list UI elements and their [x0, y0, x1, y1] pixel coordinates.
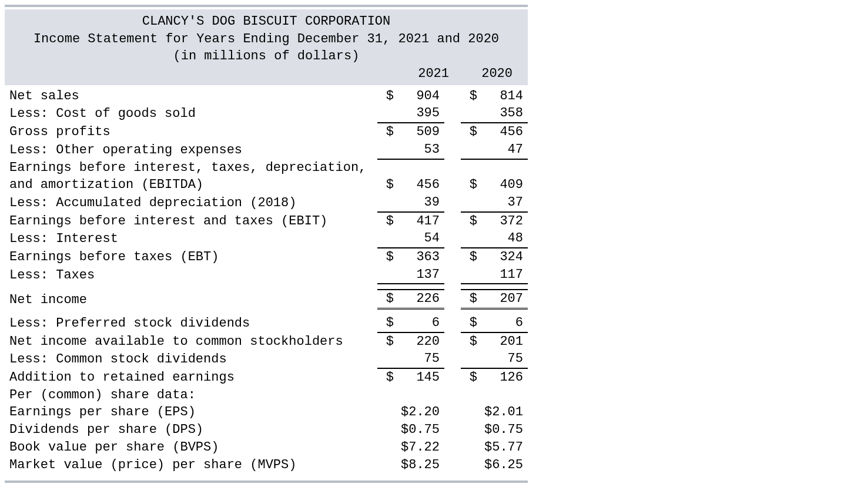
value-2021: 137	[398, 266, 444, 284]
value-2021: $7.22	[377, 439, 444, 456]
statement-units: (in millions of dollars)	[15, 48, 517, 65]
value-2020: $5.77	[461, 439, 528, 456]
value-2020: $2.01	[461, 404, 528, 421]
statement-header: CLANCY'S DOG BISCUIT CORPORATION Income …	[5, 9, 528, 85]
value-2021: 417	[398, 212, 444, 230]
row-interest: Less: Interest 54 48	[5, 230, 528, 248]
value-2020: 201	[482, 332, 528, 351]
label: Earnings before taxes (EBT)	[5, 248, 377, 266]
value-2020: 47	[482, 141, 528, 159]
label: Net income	[5, 290, 377, 308]
value-2020: 207	[482, 290, 528, 308]
income-statement: CLANCY'S DOG BISCUIT CORPORATION Income …	[5, 5, 528, 483]
label: Dividends per share (DPS)	[5, 421, 377, 439]
value-2021: 904	[398, 88, 444, 105]
label: Less: Cost of goods sold	[5, 105, 377, 123]
row-preferred-dividends: Less: Preferred stock dividends $ 6 $ 6	[5, 314, 528, 332]
value-2020: $0.75	[461, 421, 528, 439]
label: Earnings per share (EPS)	[5, 404, 377, 421]
row-gross-profits: Gross profits $ 509 $ 456	[5, 123, 528, 141]
currency-symbol: $	[461, 88, 482, 105]
label: Less: Common stock dividends	[5, 350, 377, 368]
value-2020: 324	[482, 248, 528, 266]
value-2021: 456	[398, 176, 444, 194]
row-cogs: Less: Cost of goods sold 395 358	[5, 105, 528, 123]
value-2021: 395	[398, 105, 444, 123]
row-common-dividends: Less: Common stock dividends 75 75	[5, 350, 528, 368]
value-2021: $2.20	[377, 404, 444, 421]
value-2020: 6	[482, 314, 528, 332]
row-depreciation: Less: Accumulated depreciation (2018) 39…	[5, 194, 528, 212]
label: and amortization (EBITDA)	[5, 176, 377, 194]
value-2021: 509	[398, 123, 444, 141]
company-name: CLANCY'S DOG BISCUIT CORPORATION	[15, 13, 517, 31]
row-ebit: Earnings before interest and taxes (EBIT…	[5, 212, 528, 230]
value-2021: 53	[398, 141, 444, 159]
row-ebt: Earnings before taxes (EBT) $ 363 $ 324	[5, 248, 528, 266]
label: Book value per share (BVPS)	[5, 439, 377, 456]
col-year-b: 2020	[454, 65, 517, 83]
col-year-a: 2021	[390, 65, 454, 83]
label: Earnings before interest and taxes (EBIT…	[5, 212, 377, 230]
value-2020: 117	[482, 266, 528, 284]
value-2021: 145	[398, 368, 444, 387]
value-2021: 75	[398, 350, 444, 368]
value-2020: 409	[482, 176, 528, 194]
label: Net income available to common stockhold…	[5, 332, 377, 351]
label: Addition to retained earnings	[5, 368, 377, 387]
row-ebitda: and amortization (EBITDA) $ 456 $ 409	[5, 176, 528, 194]
row-net-sales: Net sales $ 904 $ 814	[5, 88, 528, 105]
value-2020: 37	[482, 194, 528, 212]
value-2021: $0.75	[377, 421, 444, 439]
row-addition-retained-earnings: Addition to retained earnings $ 145 $ 12…	[5, 368, 528, 387]
value-2021: 39	[398, 194, 444, 212]
label: Less: Interest	[5, 230, 377, 248]
value-2020: $6.25	[461, 456, 528, 474]
value-2021: 6	[398, 314, 444, 332]
row-dps: Dividends per share (DPS) $0.75 $0.75	[5, 421, 528, 439]
row-bvps: Book value per share (BVPS) $7.22 $5.77	[5, 439, 528, 456]
value-2020: 372	[482, 212, 528, 230]
value-2020: 75	[482, 350, 528, 368]
label: Less: Preferred stock dividends	[5, 314, 377, 332]
value-2021: 363	[398, 248, 444, 266]
currency-symbol: $	[377, 88, 398, 105]
label: Per (common) share data:	[5, 387, 377, 404]
label: Less: Taxes	[5, 266, 377, 284]
value-2020: 456	[482, 123, 528, 141]
income-statement-table: Net sales $ 904 $ 814 Less: Cost of good…	[5, 88, 528, 473]
label: Net sales	[5, 88, 377, 105]
statement-title: Income Statement for Years Ending Decemb…	[15, 31, 517, 48]
row-ni-available-common: Net income available to common stockhold…	[5, 332, 528, 351]
row-per-share-header: Per (common) share data:	[5, 387, 528, 404]
label: Gross profits	[5, 123, 377, 141]
value-2021: 226	[398, 290, 444, 308]
value-2020: 126	[482, 368, 528, 387]
label: Earnings before interest, taxes, depreci…	[5, 159, 377, 177]
label: Less: Other operating expenses	[5, 141, 377, 159]
row-ebitda-line1: Earnings before interest, taxes, depreci…	[5, 159, 528, 177]
row-taxes: Less: Taxes 137 117	[5, 266, 528, 284]
value-2020: 48	[482, 230, 528, 248]
label: Market value (price) per share (MVPS)	[5, 456, 377, 474]
value-2021: 54	[398, 230, 444, 248]
column-headers: 2021 2020	[15, 65, 517, 83]
value-2020: 358	[482, 105, 528, 123]
row-net-income: Net income $ 226 $ 207	[5, 290, 528, 308]
value-2020: 814	[482, 88, 528, 105]
label: Less: Accumulated depreciation (2018)	[5, 194, 377, 212]
row-eps: Earnings per share (EPS) $2.20 $2.01	[5, 404, 528, 421]
row-mvps: Market value (price) per share (MVPS) $8…	[5, 456, 528, 474]
row-other-opex: Less: Other operating expenses 53 47	[5, 141, 528, 159]
value-2021: $8.25	[377, 456, 444, 474]
value-2021: 220	[398, 332, 444, 351]
